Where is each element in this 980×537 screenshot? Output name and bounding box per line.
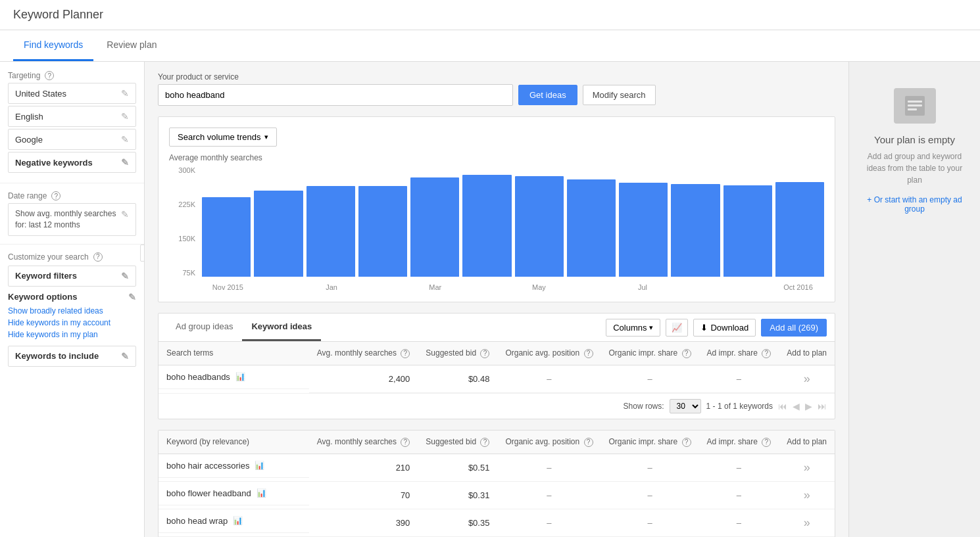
ki-monthly-cell: 390 xyxy=(309,509,418,536)
ki-col-organic-position: Organic avg. position ? xyxy=(497,431,600,454)
sidebar-link-broadly-related[interactable]: Show broadly related ideas xyxy=(8,305,136,317)
ki-organic-impr-help[interactable]: ? xyxy=(682,438,691,447)
modify-search-button[interactable]: Modify search xyxy=(583,85,656,105)
sidebar-item-country[interactable]: United States ✎ xyxy=(8,83,136,104)
chart-bar[interactable] xyxy=(567,179,616,277)
chart-bar-col xyxy=(202,166,251,277)
add-to-plan-btn[interactable]: » xyxy=(804,461,810,474)
chart-x-label xyxy=(668,283,720,291)
customize-help-icon[interactable]: ? xyxy=(93,252,103,262)
date-range-help-icon[interactable]: ? xyxy=(51,191,61,200)
pagination-next-btn[interactable]: ▶ xyxy=(805,401,812,411)
chart-bar[interactable] xyxy=(410,177,459,277)
add-to-plan-btn[interactable]: » xyxy=(804,488,810,502)
start-empty-ad-group-link[interactable]: + Or start with an empty ad group xyxy=(860,195,969,214)
keyword-cell: boho flower headband 📊 xyxy=(159,482,309,505)
ki-bid-cell: $0.35 xyxy=(418,509,497,536)
ki-ad-impr-cell: – xyxy=(699,509,779,536)
chart-bar[interactable] xyxy=(775,182,824,277)
ki-suggested-bid-help[interactable]: ? xyxy=(480,438,489,447)
chart-bar[interactable] xyxy=(306,186,355,277)
chart-bar-col xyxy=(410,166,459,277)
chart-x-label: Mar xyxy=(409,283,461,291)
table-row: boho hair accessories 📊 210 $0.51 – – – … xyxy=(159,454,835,481)
columns-button[interactable]: Columns ▾ xyxy=(606,319,660,337)
table-area: Ad group ideas Keyword ideas Columns ▾ 📈… xyxy=(158,313,835,419)
get-ideas-button[interactable]: Get ideas xyxy=(518,85,577,105)
ki-organic-pos-cell: – xyxy=(497,454,600,481)
tab-review-plan[interactable]: Review plan xyxy=(96,30,167,61)
chart-x-label: Jan xyxy=(306,283,358,291)
right-panel: Your plan is empty Add ad group and keyw… xyxy=(848,62,980,537)
avg-monthly-help[interactable]: ? xyxy=(401,349,410,358)
tab-keyword-ideas[interactable]: Keyword ideas xyxy=(242,314,321,341)
ki-ad-impr-help[interactable]: ? xyxy=(762,438,771,447)
col-ad-impr: Ad impr. share ? xyxy=(699,342,779,365)
sidebar-link-hide-account[interactable]: Hide keywords in my account xyxy=(8,317,136,329)
trend-icon[interactable]: 📊 xyxy=(255,461,264,470)
trend-icon[interactable]: 📊 xyxy=(257,488,266,498)
search-terms-table: Search terms Avg. monthly searches ? Sug… xyxy=(159,342,835,393)
trend-icon[interactable]: 📊 xyxy=(235,372,245,381)
pagination-prev-btn[interactable]: ◀ xyxy=(793,401,800,411)
product-service-input[interactable] xyxy=(158,84,513,106)
chart-bar[interactable] xyxy=(723,185,772,277)
date-range-edit-icon: ✎ xyxy=(121,208,129,222)
chart-bar[interactable] xyxy=(462,175,511,277)
chart-x-label: May xyxy=(513,283,565,291)
chart-bar[interactable] xyxy=(515,176,564,277)
plan-empty-title: Your plan is empty xyxy=(874,134,955,145)
chart-bar-col xyxy=(462,166,511,277)
organic-position-help[interactable]: ? xyxy=(584,349,593,358)
keyword-ideas-table-area: Keyword (by relevance) Avg. monthly sear… xyxy=(158,430,835,537)
chart-dropdown-btn[interactable]: Search volume trends ▾ xyxy=(169,128,277,147)
keyword-options-edit-icon[interactable]: ✎ xyxy=(128,292,136,302)
targeting-section-title: Targeting ? xyxy=(8,71,136,80)
ki-avg-monthly-help[interactable]: ? xyxy=(401,438,410,447)
pagination-range: 1 - 1 of 1 keywords xyxy=(706,402,773,411)
pagination-first-btn[interactable]: ⏮ xyxy=(778,401,787,411)
chart-bar[interactable] xyxy=(358,186,407,277)
chart-bar[interactable] xyxy=(254,191,303,277)
table-actions: Columns ▾ 📈 ⬇ Download Add all (269) xyxy=(606,319,827,337)
targeting-help-icon[interactable]: ? xyxy=(45,71,54,80)
ki-monthly-cell: 70 xyxy=(309,481,418,509)
ki-monthly-cell: 210 xyxy=(309,454,418,481)
ad-impr-help[interactable]: ? xyxy=(762,349,771,358)
chart-card: Search volume trends ▾ Average monthly s… xyxy=(158,116,835,302)
organic-impr-help[interactable]: ? xyxy=(682,349,691,358)
sidebar-item-keyword-filters[interactable]: Keyword filters ✎ xyxy=(8,266,136,287)
sidebar-item-keywords-to-include[interactable]: Keywords to include ✎ xyxy=(8,346,136,367)
sidebar-item-language[interactable]: English ✎ xyxy=(8,106,136,127)
sidebar-item-date-range[interactable]: Show avg. monthly searches for: last 12 … xyxy=(8,203,136,236)
chart-x-label: Jul xyxy=(617,283,669,291)
sidebar-collapse-btn[interactable]: « xyxy=(140,245,145,262)
tab-find-keywords[interactable]: Find keywords xyxy=(13,30,93,61)
add-to-plan-btn[interactable]: » xyxy=(804,516,810,529)
chart-bar[interactable] xyxy=(619,183,668,277)
chart-bar-col xyxy=(254,166,303,277)
sidebar-item-network[interactable]: Google ✎ xyxy=(8,129,136,150)
download-button[interactable]: ⬇ Download xyxy=(693,319,756,337)
trend-icon[interactable]: 📊 xyxy=(233,516,243,525)
sidebar-item-negative-keywords[interactable]: Negative keywords ✎ xyxy=(8,152,136,173)
suggested-bid-help[interactable]: ? xyxy=(480,349,489,358)
y-label-150k: 150K xyxy=(178,235,195,243)
organic-impr-cell: – xyxy=(601,365,699,392)
add-to-plan-btn[interactable]: » xyxy=(804,372,810,385)
svg-rect-1 xyxy=(908,101,922,103)
ki-ad-impr-cell: – xyxy=(699,481,779,509)
keyword-options-header: Keyword options ✎ xyxy=(8,292,136,302)
pagination-last-btn[interactable]: ⏭ xyxy=(818,401,827,411)
ki-bid-cell: $0.31 xyxy=(418,481,497,509)
sidebar-link-hide-plan[interactable]: Hide keywords in my plan xyxy=(8,329,136,340)
add-all-button[interactable]: Add all (269) xyxy=(761,319,827,337)
ki-organic-position-help[interactable]: ? xyxy=(584,438,593,447)
chart-toggle-button[interactable]: 📈 xyxy=(666,319,688,337)
rows-per-page-select[interactable]: 30 xyxy=(670,399,701,413)
chart-bar[interactable] xyxy=(671,184,720,277)
ki-col-suggested-bid: Suggested bid ? xyxy=(418,431,497,454)
chart-bar[interactable] xyxy=(202,197,251,277)
tab-ad-group-ideas[interactable]: Ad group ideas xyxy=(166,314,242,341)
col-suggested-bid: Suggested bid ? xyxy=(418,342,497,365)
